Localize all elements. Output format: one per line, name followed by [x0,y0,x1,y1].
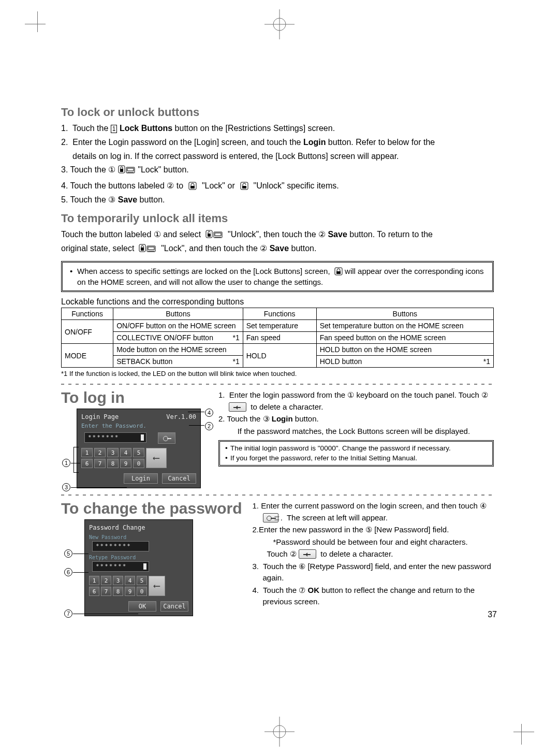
heading-temp-unlock: To temporarily unlock all items [61,212,494,225]
td: HOLD [243,344,316,368]
ok-button[interactable]: OK [128,601,156,612]
svg-rect-26 [336,271,341,274]
svg-rect-21 [141,248,144,251]
step-cont: If the password matches, the Lock Button… [218,426,494,438]
heading-lock-unlock: To lock or unlock buttons [61,106,494,119]
change-illustration-col: To change the password Password Change N… [61,500,242,616]
td: SETBACK button *1 [113,356,243,368]
table-row: COLLECTIVE ON/OFF button *1 Fan speed Fa… [62,332,494,344]
key-8[interactable]: 8 [113,587,123,596]
key-7[interactable]: 7 [101,587,111,596]
step: 4. Touch the buttons labeled ② to "Lock"… [61,180,494,193]
lock-home-icon [139,244,156,253]
body-text: original state, select "Lock", and then … [61,242,494,255]
step: 1. Touch the 1 Lock Buttons button on th… [61,122,494,135]
backspace-icon [299,549,316,559]
key-3[interactable]: 3 [113,576,123,585]
table-row: MODE Mode button on the HOME screen HOLD… [62,344,494,356]
lock-functions-table: Functions Buttons Functions Buttons ON/O… [61,308,494,368]
svg-rect-7 [120,169,123,172]
change-password-panel: Password Change New Password ******** Re… [84,519,193,616]
step: 3. Touch the ⑥ [Retype Password] field, … [253,561,494,584]
panel-version: Ver.1.00 [166,413,196,420]
dotted-separator [61,493,494,497]
info-text: The initial login password is "0000". Ch… [230,444,451,453]
td: Mode button on the HOME screen [113,344,243,356]
cancel-button[interactable]: Cancel [160,601,188,612]
key-8[interactable]: 8 [107,459,119,468]
key-6[interactable]: 6 [89,587,99,596]
unlock-icon [240,181,249,190]
key-5[interactable]: 5 [133,448,144,457]
callout-7: 7 [64,609,72,618]
lock-icon [334,267,343,275]
key-7[interactable]: 7 [94,459,106,468]
change-steps-col: 1. Enter the current password on the log… [253,500,494,616]
th: Buttons [316,308,493,320]
info-box: • When access to specific settings are l… [61,261,494,292]
info-text: If you forget the password, refer to the… [230,454,417,463]
key-0[interactable]: 0 [133,459,144,468]
svg-rect-9 [127,168,134,171]
label-retype-password: Retype Password [89,555,188,560]
retype-password-field[interactable]: ******* [92,561,149,572]
callout-6: 6 [64,568,72,576]
th: Functions [62,308,113,320]
key-icon [263,513,278,522]
table-caption: Lockable functions and the corresponding… [61,297,494,307]
key-6[interactable]: 6 [81,459,93,468]
lock-home-icon [118,165,136,179]
key-9[interactable]: 9 [120,459,131,468]
key-9[interactable]: 9 [125,587,135,596]
callout-bracket [73,447,79,473]
key-1[interactable]: 1 [89,576,99,585]
td: HOLD button *1 [316,356,493,368]
step-note: *Password should be between four and eig… [253,536,494,548]
key-5[interactable]: 5 [137,576,147,585]
td: ON/OFF [62,320,113,344]
key-1[interactable]: 1 [81,448,93,457]
key-2[interactable]: 2 [94,448,106,457]
step: 5. Touch the ③ Save button. [61,194,494,207]
key-4[interactable]: 4 [125,576,135,585]
step: 4. Touch the ⑦ OK button to reflect the … [253,585,494,608]
new-password-field[interactable]: ******** [92,541,149,551]
unlock-home-icon [205,230,223,239]
svg-rect-14 [242,186,246,188]
step: 2. Enter the Login password on the [Logi… [61,136,494,149]
lock-icon [188,181,197,190]
crop-mark-br [504,715,534,745]
callout-3: 3 [62,483,70,491]
key-backspace[interactable]: ⟵ [146,448,167,468]
table-footnote: *1 If the function is locked, the LED on… [61,370,494,377]
login-illustration-col: To log in Login Page Ver.1.00 Enter the … [61,389,208,488]
password-field[interactable]: ******* [84,432,146,443]
td: Set temperature button on the HOME scree… [316,320,493,332]
key-2[interactable]: 2 [101,576,111,585]
svg-rect-18 [215,233,221,236]
page-number: 37 [488,610,497,619]
callout-1: 1 [62,459,70,467]
svg-rect-23 [148,247,154,250]
key-4[interactable]: 4 [120,448,131,457]
key-backspace[interactable]: ⟵ [149,576,165,596]
key-icon-button[interactable] [158,432,175,444]
td: MODE [62,344,113,368]
panel-hint: Enter the Password. [81,423,196,429]
login-button[interactable]: Login [124,473,158,484]
key-3[interactable]: 3 [107,448,119,457]
table-row: ON/OFF ON/OFF button on the HOME screen … [62,320,494,332]
panel-title: Password Change [89,524,145,531]
registration-mark-bottom [264,717,295,747]
label-new-password: New Password [89,534,188,540]
step-cont: details on log in. If the correct passwo… [61,150,494,163]
td: Set temperature [243,320,316,332]
td: COLLECTIVE ON/OFF button *1 [113,332,243,344]
backspace-icon [229,402,246,412]
callout-5: 5 [64,549,72,558]
callout-4: 4 [205,408,213,418]
th: Buttons [113,308,243,320]
key-0[interactable]: 0 [137,587,147,596]
cancel-button[interactable]: Cancel [162,473,196,484]
heading-change-password: To change the password [61,500,242,517]
